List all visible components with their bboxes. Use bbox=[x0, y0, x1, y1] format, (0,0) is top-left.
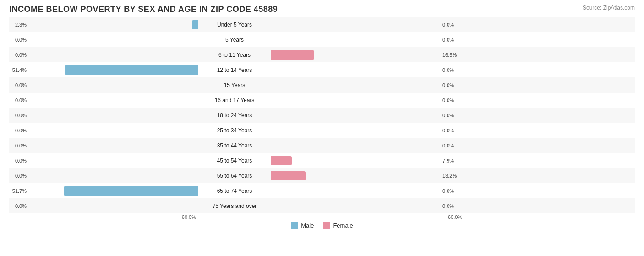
source-text: Source: ZipAtlas.com bbox=[583, 5, 635, 11]
table-row: 0.0% 75 Years and over 0.0% bbox=[9, 198, 635, 213]
table-row: 0.0% 16 and 17 Years 0.0% bbox=[9, 93, 635, 108]
female-bar-wrap bbox=[271, 110, 441, 120]
female-bar bbox=[271, 50, 314, 60]
table-row: 0.0% 25 to 34 Years 0.0% bbox=[9, 123, 635, 138]
female-bar-wrap bbox=[271, 35, 441, 45]
table-row: 0.0% 18 to 24 Years 0.0% bbox=[9, 108, 635, 123]
female-bar bbox=[271, 171, 306, 180]
row-label: Under 5 Years bbox=[198, 22, 271, 28]
male-bar-wrap bbox=[28, 50, 198, 60]
male-bar-wrap bbox=[28, 35, 198, 45]
chart-container: INCOME BELOW POVERTY BY SEX AND AGE IN Z… bbox=[0, 0, 644, 256]
female-bar-wrap bbox=[271, 50, 441, 60]
table-row: 0.0% 55 to 64 Years 13.2% bbox=[9, 168, 635, 183]
male-bar bbox=[64, 186, 198, 196]
row-label: 65 to 74 Years bbox=[198, 188, 271, 194]
male-bar-wrap bbox=[28, 156, 198, 166]
female-value: 0.0% bbox=[441, 82, 460, 88]
legend-female: Female bbox=[323, 222, 353, 229]
female-value: 0.0% bbox=[441, 22, 460, 27]
table-row: 0.0% 15 Years 0.0% bbox=[9, 77, 635, 93]
female-legend-box bbox=[323, 222, 330, 229]
male-value: 0.0% bbox=[9, 113, 28, 118]
male-bar-wrap bbox=[28, 65, 198, 75]
legend-male: Male bbox=[291, 222, 314, 229]
male-value: 0.0% bbox=[9, 158, 28, 163]
male-bar-wrap bbox=[28, 110, 198, 120]
rows-wrapper: 2.3% Under 5 Years 0.0% 0.0% 5 Years 0.0… bbox=[9, 17, 635, 213]
female-bar bbox=[271, 156, 292, 165]
axis-right-label: 60.0% bbox=[446, 214, 635, 220]
female-bar-wrap bbox=[271, 65, 441, 75]
male-bar-wrap bbox=[28, 20, 198, 30]
female-bar-wrap bbox=[271, 156, 441, 166]
table-row: 0.0% 6 to 11 Years 16.5% bbox=[9, 47, 635, 62]
female-value: 0.0% bbox=[441, 67, 460, 73]
female-value: 0.0% bbox=[441, 128, 460, 133]
axis-left-label: 60.0% bbox=[9, 214, 198, 220]
female-bar-wrap bbox=[271, 20, 441, 30]
table-row: 2.3% Under 5 Years 0.0% bbox=[9, 17, 635, 32]
male-bar-wrap bbox=[28, 95, 198, 105]
chart-title: INCOME BELOW POVERTY BY SEX AND AGE IN Z… bbox=[9, 5, 278, 14]
male-legend-label: Male bbox=[301, 222, 314, 229]
table-row: 51.4% 12 to 14 Years 0.0% bbox=[9, 62, 635, 77]
row-label: 15 Years bbox=[198, 82, 271, 88]
female-value: 0.0% bbox=[441, 98, 460, 103]
row-label: 12 to 14 Years bbox=[198, 67, 271, 73]
female-bar-wrap bbox=[271, 95, 441, 105]
male-legend-box bbox=[291, 222, 298, 229]
male-bar-wrap bbox=[28, 125, 198, 136]
male-value: 51.7% bbox=[9, 188, 28, 194]
female-value: 0.0% bbox=[441, 37, 460, 43]
row-label: 16 and 17 Years bbox=[198, 97, 271, 103]
female-value: 0.0% bbox=[441, 143, 460, 148]
table-row: 0.0% 45 to 54 Years 7.9% bbox=[9, 153, 635, 168]
female-bar-wrap bbox=[271, 141, 441, 151]
row-label: 25 to 34 Years bbox=[198, 127, 271, 134]
male-value: 0.0% bbox=[9, 143, 28, 148]
female-bar-wrap bbox=[271, 186, 441, 196]
row-label: 55 to 64 Years bbox=[198, 173, 271, 179]
row-label: 35 to 44 Years bbox=[198, 142, 271, 149]
legend: Male Female bbox=[9, 222, 635, 229]
row-label: 75 Years and over bbox=[198, 203, 271, 209]
row-label: 45 to 54 Years bbox=[198, 158, 271, 164]
row-label: 18 to 24 Years bbox=[198, 112, 271, 119]
male-bar-wrap bbox=[28, 201, 198, 211]
female-bar-wrap bbox=[271, 201, 441, 211]
male-value: 0.0% bbox=[9, 98, 28, 103]
male-bar bbox=[192, 20, 198, 29]
male-value: 0.0% bbox=[9, 173, 28, 179]
male-value: 0.0% bbox=[9, 52, 28, 58]
male-value: 0.0% bbox=[9, 82, 28, 88]
male-bar-wrap bbox=[28, 171, 198, 181]
female-value: 0.0% bbox=[441, 113, 460, 118]
male-bar-wrap bbox=[28, 80, 198, 90]
male-value: 0.0% bbox=[9, 128, 28, 133]
female-value: 0.0% bbox=[441, 203, 460, 209]
female-value: 7.9% bbox=[441, 158, 460, 163]
female-bar-wrap bbox=[271, 80, 441, 90]
table-row: 0.0% 5 Years 0.0% bbox=[9, 32, 635, 47]
female-bar-wrap bbox=[271, 171, 441, 181]
female-value: 0.0% bbox=[441, 188, 460, 194]
row-label: 5 Years bbox=[198, 37, 271, 43]
male-bar-wrap bbox=[28, 141, 198, 151]
male-bar bbox=[65, 65, 198, 75]
female-value: 16.5% bbox=[441, 52, 460, 58]
male-value: 2.3% bbox=[9, 22, 28, 27]
male-value: 51.4% bbox=[9, 67, 28, 73]
bottom-axis: 60.0% 60.0% bbox=[9, 214, 635, 220]
female-bar-wrap bbox=[271, 125, 441, 136]
male-bar-wrap bbox=[28, 186, 198, 196]
table-row: 0.0% 35 to 44 Years 0.0% bbox=[9, 138, 635, 153]
male-value: 0.0% bbox=[9, 37, 28, 43]
female-value: 13.2% bbox=[441, 173, 460, 179]
male-value: 0.0% bbox=[9, 203, 28, 209]
female-legend-label: Female bbox=[333, 222, 353, 229]
row-label: 6 to 11 Years bbox=[198, 52, 271, 58]
table-row: 51.7% 65 to 74 Years 0.0% bbox=[9, 183, 635, 198]
